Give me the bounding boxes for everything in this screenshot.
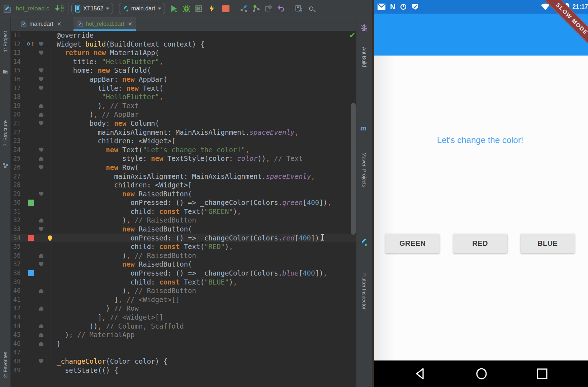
code-line-46[interactable]: 46}: [11, 339, 356, 348]
hot-reload-bolt-icon[interactable]: [207, 4, 217, 14]
tab-hot-reload-dart[interactable]: hot_reload.dart ✕: [74, 17, 136, 31]
code-line-13[interactable]: 13 return new MaterialApp(: [11, 48, 356, 57]
code-line-32[interactable]: 32 ), // RaisedButton: [11, 216, 356, 225]
stop-button[interactable]: [221, 4, 231, 14]
run-button[interactable]: [169, 4, 179, 14]
code-line-49[interactable]: 49 setState(() {: [11, 366, 356, 375]
code-line-15[interactable]: 15 home: new Scaffold(: [11, 66, 356, 75]
home-icon[interactable]: [475, 367, 488, 380]
intention-bulb-icon[interactable]: [46, 234, 54, 243]
flutter-inspector-icon[interactable]: [360, 239, 368, 247]
hot-swap-icon[interactable]: 011001: [54, 5, 64, 13]
code-line-20[interactable]: 20 ), // AppBar: [11, 110, 356, 119]
code-line-47[interactable]: 47: [11, 348, 356, 357]
code-line-36[interactable]: 36 ), // RaisedButton: [11, 251, 356, 260]
sidebar-item-favorites[interactable]: 2: Favorites: [3, 345, 8, 385]
code-line-29[interactable]: 29 new RaisedButton(: [11, 190, 356, 199]
fold-open-icon[interactable]: [37, 75, 46, 84]
fold-close-icon[interactable]: [37, 154, 46, 163]
search-icon[interactable]: [306, 4, 316, 14]
fold-close-icon[interactable]: [37, 110, 46, 119]
fold-close-icon[interactable]: [37, 286, 46, 295]
code-line-35[interactable]: 35 child: const Text("RED"),: [11, 242, 356, 251]
sidebar-item-structure[interactable]: 7: Structure: [3, 108, 8, 159]
code-line-28[interactable]: 28 children: <Widget>[: [11, 181, 356, 190]
code-line-45[interactable]: 45 ); // MaterialApp: [11, 330, 356, 339]
emulator-button-green[interactable]: GREEN: [385, 234, 440, 253]
emulator-button-red[interactable]: RED: [453, 234, 507, 253]
attach-debugger-icon[interactable]: [239, 4, 249, 14]
close-icon[interactable]: ✕: [57, 21, 62, 27]
fold-open-icon[interactable]: [37, 260, 46, 269]
code-line-31[interactable]: 31 child: const Text("GREEN"),: [11, 207, 356, 216]
code-line-41[interactable]: 41 ], // <Widget>[]: [11, 295, 356, 304]
device-selector[interactable]: XT1562: [71, 3, 113, 14]
fold-close-icon[interactable]: [37, 304, 46, 313]
fold-close-icon[interactable]: [37, 322, 46, 331]
fold-open-icon[interactable]: [37, 163, 46, 172]
recents-icon[interactable]: [536, 367, 548, 380]
fold-open-icon[interactable]: [37, 145, 46, 154]
fold-close-icon[interactable]: [37, 101, 46, 110]
tab-main-dart[interactable]: main.dart ✕: [17, 17, 65, 31]
project-icon[interactable]: [3, 69, 8, 75]
profiler-icon[interactable]: [251, 4, 261, 14]
fold-open-icon[interactable]: [37, 119, 46, 128]
fold-open-icon[interactable]: [37, 84, 46, 93]
code-editor[interactable]: 11@override12↑Widget build(BuildContext …: [11, 31, 356, 387]
run-config-selector[interactable]: main.dart: [119, 3, 165, 14]
fold-open-icon[interactable]: [37, 225, 46, 234]
restart-icon[interactable]: [264, 4, 274, 14]
code-line-27[interactable]: 27 mainAxisAlignment: MainAxisAlignment.…: [11, 172, 356, 181]
emulator-button-blue[interactable]: BLUE: [521, 234, 575, 253]
sidebar-item-project[interactable]: 1: Project: [3, 20, 8, 63]
color-preview-blue-icon[interactable]: [25, 269, 37, 278]
code-line-18[interactable]: 18 "HelloFlutter",: [11, 92, 356, 101]
code-line-22[interactable]: 22 mainAxisAlignment: MainAxisAlignment.…: [11, 128, 356, 137]
code-line-12[interactable]: 12↑Widget build(BuildContext context) {: [11, 40, 356, 49]
color-preview-red-icon[interactable]: [25, 234, 37, 243]
code-line-40[interactable]: 40 ), // RaisedButton: [11, 286, 356, 295]
sidebar-item-ant-build[interactable]: Ant Build: [361, 35, 367, 78]
fold-close-icon[interactable]: [37, 339, 46, 348]
code-line-24[interactable]: 24 new Text("Let's change the color!",: [11, 145, 356, 154]
code-line-23[interactable]: 23 children: <Widget>[: [11, 137, 356, 145]
fold-open-icon[interactable]: [37, 357, 46, 366]
maven-icon[interactable]: m: [360, 123, 366, 133]
code-line-33[interactable]: 33 new RaisedButton(: [11, 225, 356, 234]
code-line-26[interactable]: 26 new Row(: [11, 163, 356, 172]
code-line-25[interactable]: 25 style: new TextStyle(color: color)), …: [11, 154, 356, 163]
code-line-21[interactable]: 21 body: new Column(: [11, 119, 356, 128]
back-icon[interactable]: [414, 367, 426, 380]
code-line-16[interactable]: 16 appBar: new AppBar(: [11, 75, 356, 84]
code-line-30[interactable]: 30 onPressed: () => _changeColor(Colors.…: [11, 198, 356, 207]
code-line-48[interactable]: 48_changeColor(Color color) {: [11, 357, 356, 366]
sidebar-item-flutter-inspector[interactable]: Flutter Inspector: [361, 250, 367, 333]
code-line-39[interactable]: 39 child: const Text("BLUE"),: [11, 278, 356, 287]
editor-scrollbar[interactable]: [351, 103, 356, 235]
fold-open-icon[interactable]: [37, 40, 46, 49]
code-line-37[interactable]: 37 new RaisedButton(: [11, 260, 356, 269]
fold-close-icon[interactable]: [37, 330, 46, 339]
code-line-38[interactable]: 38 onPressed: () => _changeColor(Colors.…: [11, 269, 356, 278]
sidebar-item-maven-projects[interactable]: Maven Projects: [361, 134, 367, 206]
structure-icon[interactable]: [3, 163, 8, 169]
code-line-17[interactable]: 17 title: new Text(: [11, 84, 356, 93]
breadcrumb[interactable]: hot_reload.c: [16, 5, 49, 12]
override-marker-icon[interactable]: ↑: [25, 40, 37, 49]
fold-close-icon[interactable]: [37, 251, 46, 260]
code-line-11[interactable]: 11@override: [11, 31, 356, 40]
fold-close-icon[interactable]: [37, 216, 46, 225]
undo-icon[interactable]: [276, 4, 286, 14]
code-line-42[interactable]: 42 ) // Row: [11, 304, 356, 313]
run-coverage-button[interactable]: [194, 4, 204, 14]
code-line-14[interactable]: 14 title: "HelloFlutter",: [11, 57, 356, 66]
fold-open-icon[interactable]: [37, 190, 46, 199]
code-line-43[interactable]: 43 ], // <Widget>[]: [11, 313, 356, 322]
code-line-34[interactable]: 34 onPressed: () => _changeColor(Colors.…: [11, 234, 356, 243]
debug-button[interactable]: [181, 4, 191, 14]
inspection-ok-checkmark-icon[interactable]: ✔: [349, 31, 355, 39]
code-line-19[interactable]: 19 ), // Text: [11, 101, 356, 110]
code-line-44[interactable]: 44 )), // Column, Scaffold: [11, 322, 356, 331]
fold-open-icon[interactable]: [37, 66, 46, 75]
